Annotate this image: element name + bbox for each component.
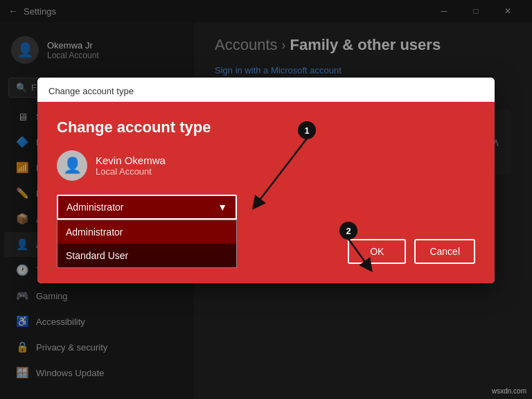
dropdown-option-standard[interactable]: Standard User — [57, 244, 236, 267]
dialog-wrapper: Change account type Change account type … — [0, 22, 532, 399]
dialog-heading: Change account type — [57, 118, 475, 136]
dialog-user-row: 👤 Kevin Okemwa Local Account — [57, 150, 475, 181]
cancel-button[interactable]: Cancel — [414, 239, 475, 264]
dropdown-option-administrator[interactable]: Administrator — [57, 220, 236, 244]
chevron-down-icon: ▼ — [218, 202, 227, 213]
dialog-titlebar: Change account type — [37, 78, 495, 102]
watermark: wsxdn.com — [492, 387, 526, 395]
dialog-user-name: Kevin Okemwa — [96, 154, 166, 166]
dialog-user-sub: Local Account — [96, 166, 166, 177]
dropdown-selected[interactable]: Administrator ▼ — [57, 195, 237, 220]
dropdown-selected-text: Administrator — [66, 202, 123, 213]
change-account-dialog: Change account type Change account type … — [37, 78, 495, 283]
dialog-user-info: Kevin Okemwa Local Account — [96, 154, 166, 177]
account-type-dropdown[interactable]: Administrator ▼ Administrator Standard U… — [57, 195, 237, 220]
step-1-circle: 1 — [298, 121, 316, 139]
step-2-circle: 2 — [339, 222, 357, 240]
dialog-body: Change account type 👤 Kevin Okemwa Local… — [37, 102, 495, 283]
dialog-user-avatar: 👤 — [57, 150, 87, 181]
dropdown-list: Administrator Standard User — [57, 220, 237, 268]
ok-button[interactable]: OK — [348, 239, 406, 264]
